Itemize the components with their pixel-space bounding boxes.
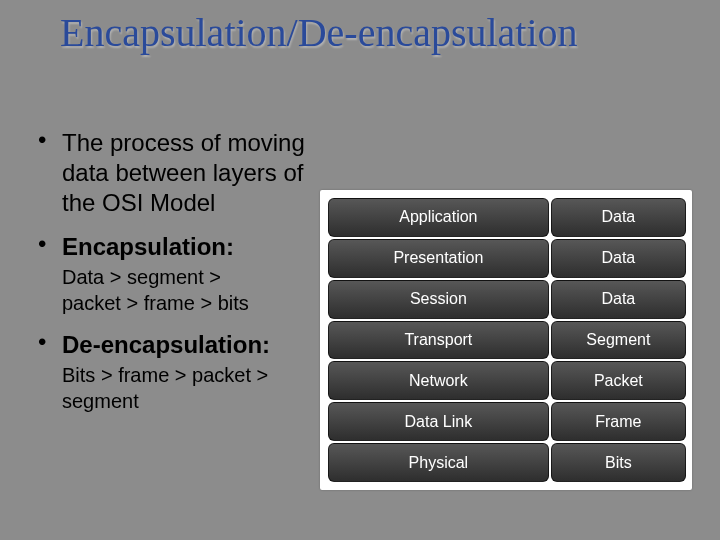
layer-name: Application	[328, 198, 549, 237]
layer-name: Transport	[328, 321, 549, 360]
bullet-intro: The process of moving data between layer…	[30, 128, 310, 218]
layer-pdu: Data	[551, 198, 686, 237]
table-row: SessionData	[328, 280, 684, 319]
encap-body: Data > segment > packet > frame > bits	[62, 264, 262, 316]
table-row: ApplicationData	[328, 198, 684, 237]
layer-name: Data Link	[328, 402, 549, 441]
bullet-deencapsulation: De-encapsulation: Bits > frame > packet …	[30, 330, 310, 414]
deencap-body: Bits > frame > packet > segment	[62, 362, 310, 414]
layer-pdu: Data	[551, 280, 686, 319]
bullet-encapsulation: Encapsulation: Data > segment > packet >…	[30, 232, 310, 316]
slide-title: Encapsulation/De-encapsulation	[60, 10, 660, 56]
layer-name: Network	[328, 361, 549, 400]
table-row: TransportSegment	[328, 321, 684, 360]
layer-pdu: Bits	[551, 443, 686, 482]
layer-name: Presentation	[328, 239, 549, 278]
layer-name: Session	[328, 280, 549, 319]
encap-heading: Encapsulation:	[62, 233, 234, 260]
table-row: NetworkPacket	[328, 361, 684, 400]
layer-name: Physical	[328, 443, 549, 482]
layer-pdu: Segment	[551, 321, 686, 360]
layer-pdu: Data	[551, 239, 686, 278]
table-row: Data LinkFrame	[328, 402, 684, 441]
osi-stack: ApplicationData PresentationData Session…	[320, 190, 692, 490]
table-row: PhysicalBits	[328, 443, 684, 482]
layer-pdu: Packet	[551, 361, 686, 400]
deencap-heading: De-encapsulation:	[62, 331, 270, 358]
table-row: PresentationData	[328, 239, 684, 278]
osi-layers-figure: ApplicationData PresentationData Session…	[320, 190, 692, 490]
layer-pdu: Frame	[551, 402, 686, 441]
bullet-list: The process of moving data between layer…	[30, 128, 310, 428]
